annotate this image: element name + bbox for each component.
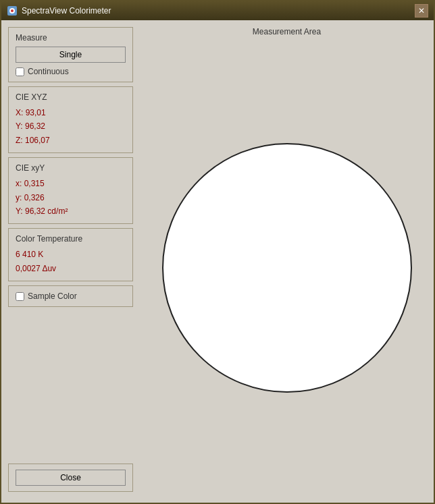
xyz-z-value: Z: 106,07 (16, 134, 126, 147)
sample-color-row: Sample Color (16, 291, 126, 301)
title-bar-left: SpectraView Colorimeter (7, 5, 111, 16)
title-text: SpectraView Colorimeter (22, 6, 111, 16)
cie-xyz-label: CIE XYZ (16, 92, 126, 102)
close-window-button[interactable]: ✕ (415, 4, 428, 18)
circle-container (147, 40, 427, 496)
svg-point-2 (11, 9, 14, 12)
app-window: SpectraView Colorimeter ✕ Measure Single… (0, 0, 435, 504)
right-panel: Measurement Area (140, 20, 434, 503)
measurement-area-label: Measurement Area (147, 27, 427, 36)
cie-xyy-section: CIE xyY x: 0,315 y: 0,326 Y: 96,32 cd/m² (8, 157, 133, 224)
measure-section: Measure Single Continuous (8, 27, 133, 82)
cie-xyy-label: CIE xyY (16, 163, 126, 173)
close-section: Close (8, 464, 133, 492)
continuous-row: Continuous (16, 67, 126, 76)
sample-color-label: Sample Color (28, 291, 77, 301)
app-icon (7, 5, 18, 16)
close-button[interactable]: Close (16, 470, 126, 486)
measurement-circle (162, 143, 412, 393)
xyy-y-value: y: 0,326 (16, 191, 126, 204)
cie-xyz-section: CIE XYZ X: 93,01 Y: 96,32 Z: 106,07 (8, 86, 133, 153)
spacer (8, 311, 133, 464)
single-button[interactable]: Single (16, 47, 126, 63)
measure-label: Measure (16, 33, 126, 43)
temp-k-value: 6 410 K (16, 248, 126, 261)
xyz-y-value: Y: 96,32 (16, 119, 126, 133)
continuous-label: Continuous (28, 67, 69, 76)
color-temp-section: Color Temperature 6 410 K 0,0027 Δuv (8, 228, 133, 281)
temp-duv-value: 0,0027 Δuv (16, 262, 126, 275)
left-panel: Measure Single Continuous CIE XYZ X: 93,… (1, 20, 140, 503)
xyy-x-value: x: 0,315 (16, 177, 126, 190)
sample-color-checkbox[interactable] (16, 292, 24, 301)
main-content: Measure Single Continuous CIE XYZ X: 93,… (1, 20, 434, 503)
sample-color-section: Sample Color (8, 285, 133, 307)
xyy-Y-value: Y: 96,32 cd/m² (16, 204, 126, 218)
color-temp-label: Color Temperature (16, 234, 126, 244)
title-bar: SpectraView Colorimeter ✕ (1, 1, 434, 20)
xyz-x-value: X: 93,01 (16, 106, 126, 119)
continuous-checkbox[interactable] (16, 67, 24, 76)
